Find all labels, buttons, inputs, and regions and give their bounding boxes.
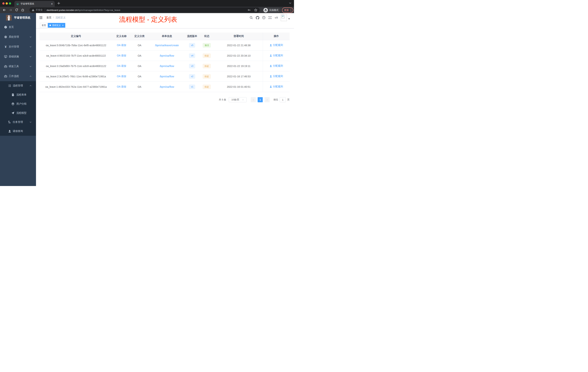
sidebar-logo[interactable]: 芋道管理系统 [0, 13, 36, 22]
tag-home[interactable]: 首页 [40, 23, 48, 28]
version-badge: v5 [189, 43, 195, 47]
table-row: oa_leave:5:004b710b-7b8a-11ec-8ef0-acde4… [40, 40, 290, 50]
form-info-link[interactable]: /bpm/oa/leave/create [155, 44, 179, 47]
fullscreen-icon[interactable] [268, 16, 272, 19]
forward-icon[interactable] [9, 8, 12, 12]
next-page-button[interactable]: › [264, 97, 270, 102]
reload-icon[interactable] [15, 8, 18, 12]
search-icon[interactable] [250, 16, 253, 19]
definition-name-link[interactable]: OA 请假 [117, 54, 126, 57]
hamburger-icon[interactable] [39, 16, 43, 20]
status-badge: 挂起 [203, 74, 211, 79]
incognito-badge: 无痕模式 [262, 8, 281, 13]
form-info-link[interactable]: /bpm/oa/flow [160, 65, 174, 67]
sidebar-item-devtools[interactable]: 研发工具 [0, 62, 36, 71]
back-icon[interactable] [2, 8, 6, 12]
status-badge: 激活 [203, 43, 211, 47]
definition-name-link[interactable]: OA 请假 [117, 85, 126, 88]
sidebar-item-system[interactable]: 系统管理 [0, 32, 36, 42]
password-key-icon[interactable] [247, 8, 251, 12]
avatar-dropdown-caret-icon[interactable] [288, 18, 290, 20]
col-definition-category: 定义分类 [131, 33, 148, 40]
chevron-down-icon [30, 46, 32, 48]
chevron-down-icon [30, 55, 32, 58]
col-status: 状态 [199, 33, 215, 40]
assign-rule-link[interactable]: 分配规则 [270, 54, 283, 57]
cell-definition-id: oa_leave:2:3c1f0ef1-76b1-11ec-9c66-a2380… [40, 71, 112, 82]
goto-page-input[interactable] [280, 97, 286, 102]
favicon-plant-icon [16, 2, 19, 5]
form-info-link[interactable]: /bpm/oa/flow [160, 75, 174, 78]
warning-icon[interactable] [32, 9, 34, 11]
user-icon [270, 75, 272, 77]
version-badge: v4 [189, 54, 195, 58]
definition-table: 定义编号 定义名称 定义分类 表单信息 流程版本 状态 部署时间 操作 oa_l… [40, 33, 290, 92]
definition-name-link[interactable]: OA 请假 [117, 75, 126, 78]
logo-avatar [6, 15, 12, 21]
avatar[interactable] [281, 14, 287, 21]
col-form-info: 表单信息 [148, 33, 185, 40]
table-header-row: 定义编号 定义名称 定义分类 表单信息 流程版本 状态 部署时间 操作 [40, 33, 290, 40]
form-info-link[interactable]: /bpm/oa/flow [160, 54, 174, 57]
chevron-down-icon [30, 65, 32, 67]
github-icon[interactable] [256, 16, 259, 20]
tag-process-definition[interactable]: 流程定义 ✕ [48, 23, 65, 28]
bookmark-star-icon[interactable] [254, 8, 257, 12]
sidebar-item-workflow[interactable]: 工作流程 [0, 71, 36, 81]
address-bar[interactable]: 不安全 dashboard.yudao.iocoder.cn/bpm/manag… [30, 8, 260, 12]
dashboard-icon [4, 25, 7, 29]
home-icon[interactable] [21, 8, 25, 12]
chevron-up-icon [30, 85, 32, 87]
browser-tab[interactable]: 芋道管理系统 ✕ [14, 1, 55, 7]
form-info-link[interactable]: /bpm/oa/flow [160, 85, 174, 88]
prev-page-button[interactable]: ‹ [251, 97, 256, 102]
tab-title: 芋道管理系统 [21, 2, 50, 5]
sidebar-item-process-form[interactable]: 流程表单 [0, 90, 36, 99]
person-icon [8, 130, 11, 133]
macos-close-button[interactable] [2, 2, 5, 5]
sidebar-item-user-group[interactable]: 用户分组 [0, 99, 36, 109]
current-page-button[interactable]: 1 [258, 97, 263, 102]
cell-deploy-time: 2022-01-22 20:34:10 [215, 50, 263, 61]
security-label[interactable]: 不安全 [36, 8, 43, 12]
update-label[interactable]: 更新 [284, 9, 289, 12]
assign-rule-link[interactable]: 分配规则 [270, 75, 283, 78]
sidebar-item-process-model[interactable]: 流程模型 [0, 109, 36, 118]
help-icon[interactable]: ? [262, 16, 265, 19]
font-size-icon[interactable]: T T [274, 16, 278, 19]
breadcrumb: 首页/流程定义 [46, 16, 66, 19]
page-size-select[interactable]: 10条/页 [229, 97, 247, 102]
table-row: oa_leave:1:482ec033-762a-11ec-8477-a2380… [40, 82, 290, 92]
col-actions: 操作 [263, 33, 290, 40]
sidebar-item-task-management[interactable]: 任务管理 [0, 118, 36, 127]
svg-text:¥: ¥ [5, 45, 7, 48]
tag-close-icon[interactable]: ✕ [62, 24, 64, 27]
new-tab-icon[interactable] [57, 2, 60, 5]
assign-rule-link[interactable]: 分配规则 [270, 85, 283, 88]
breadcrumb-home[interactable]: 首页 [46, 16, 52, 19]
sidebar-item-leave-query[interactable]: 请假查询 [0, 127, 36, 136]
tab-close-icon[interactable]: ✕ [51, 2, 53, 5]
assign-rule-link[interactable]: 分配规则 [270, 64, 283, 67]
sidebar-item-infra[interactable]: 基础设施 [0, 52, 36, 62]
url-domain[interactable]: dashboard.yudao.iocoder.cn [47, 9, 77, 11]
status-badge: 挂起 [203, 85, 211, 89]
sidebar-item-pay[interactable]: ¥ 支付管理 [0, 42, 36, 52]
sidebar-item-process-management[interactable]: 流程管理 [0, 81, 36, 90]
cell-category: OA [131, 40, 148, 50]
cell-deploy-time: 2022-01-22 19:19:11 [215, 61, 263, 71]
url-path[interactable]: /bpm/manager/definition?key=oa_leave [77, 9, 120, 11]
table-row: oa_leave:3:1fad3d93-7b75-11ec-a3c8-acde4… [40, 61, 290, 71]
macos-minimize-button[interactable] [6, 2, 8, 5]
cell-deploy-time: 2022-01-22 21:48:38 [215, 40, 263, 50]
sidebar-item-home[interactable]: 首页 [0, 22, 36, 32]
sidebar: 芋道管理系统 首页 系统管理 ¥ 支付管理 基础设施 [0, 13, 36, 186]
browser-menu-icon[interactable] [291, 9, 291, 12]
browser-update-button[interactable]: 更新 [282, 8, 293, 13]
definition-name-link[interactable]: OA 请假 [117, 44, 126, 47]
macos-zoom-button[interactable] [9, 2, 11, 5]
assign-rule-link[interactable]: 分配规则 [270, 44, 283, 47]
monitor-check-icon [4, 55, 7, 58]
tab-search-chevron-icon[interactable] [289, 2, 292, 4]
definition-name-link[interactable]: OA 请假 [117, 65, 126, 67]
